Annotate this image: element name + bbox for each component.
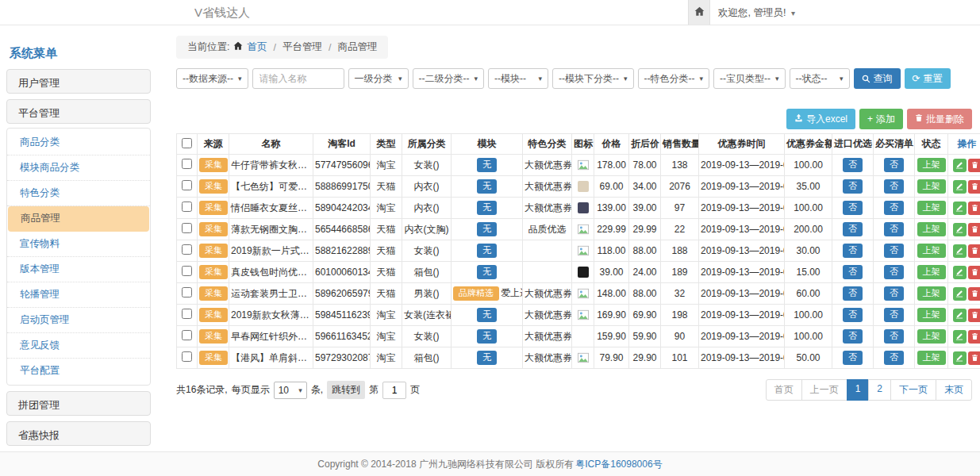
source-badge: 采集	[199, 222, 228, 236]
add-button[interactable]: + 添加	[859, 109, 903, 129]
select-all-checkbox[interactable]	[182, 138, 192, 148]
sidebar-group[interactable]: 省惠快报	[6, 421, 151, 446]
product-name-input[interactable]	[252, 68, 344, 89]
table-cell: 88.00	[629, 283, 661, 305]
delete-button[interactable]	[968, 223, 980, 236]
search-icon	[862, 75, 870, 83]
table-row: 采集早春网红针织外套女春...596611634525淘宝女装()无大额优惠券1…	[177, 326, 980, 347]
row-checkbox[interactable]	[182, 309, 192, 319]
jump-button[interactable]: 跳转到	[327, 381, 365, 399]
sidebar-group[interactable]: 拼团管理	[6, 391, 151, 416]
delete-button[interactable]	[968, 287, 980, 301]
table-cell: 采集	[198, 326, 229, 347]
delete-button[interactable]	[968, 266, 980, 279]
sidebar-item[interactable]: 意见反馈	[7, 333, 150, 359]
sidebar-item[interactable]: 商品分类	[7, 130, 150, 155]
row-checkbox[interactable]	[182, 266, 192, 276]
edit-button[interactable]	[953, 180, 967, 194]
row-checkbox[interactable]	[182, 330, 192, 340]
table-cell: 79.90	[594, 347, 629, 369]
sidebar-item[interactable]: 模块商品分类	[7, 155, 150, 181]
delete-button[interactable]	[968, 202, 980, 215]
edit-icon	[955, 268, 963, 276]
edit-button[interactable]	[953, 266, 967, 279]
row-checkbox[interactable]	[182, 202, 192, 212]
edit-button[interactable]	[953, 223, 967, 236]
sidebar-group[interactable]: 平台管理	[6, 99, 151, 124]
sidebar-group[interactable]: 用户管理	[6, 69, 151, 94]
filter-select[interactable]: --模块下分类--▾	[552, 68, 634, 89]
page-button[interactable]: 1	[847, 379, 870, 401]
row-checkbox[interactable]	[182, 244, 192, 255]
page-button[interactable]: 2	[868, 379, 891, 401]
row-checkbox[interactable]	[182, 351, 192, 362]
sidebar-item[interactable]: 启动页管理	[7, 308, 150, 333]
page-button[interactable]: 末页	[936, 379, 972, 401]
delete-button[interactable]	[968, 309, 980, 322]
icp-link[interactable]: 粤ICP备16098006号	[575, 458, 662, 471]
edit-button[interactable]	[953, 309, 967, 322]
import-excel-button[interactable]: 导入excel	[786, 109, 855, 129]
trash-icon	[971, 161, 978, 169]
caret-down-icon: ▾	[775, 75, 779, 83]
delete-button[interactable]	[968, 159, 980, 172]
delete-button[interactable]	[968, 244, 980, 258]
edit-button[interactable]	[953, 244, 967, 258]
table-cell	[523, 262, 572, 283]
row-checkbox[interactable]	[182, 223, 192, 233]
row-checkbox[interactable]	[182, 159, 192, 169]
filter-select[interactable]: --状态--▾	[790, 68, 850, 89]
sidebar-item[interactable]: 宣传物料	[7, 232, 150, 257]
source-badge: 采集	[199, 286, 228, 300]
filter-select[interactable]: --数据来源--▾	[176, 68, 248, 89]
table-cell: 无	[452, 347, 523, 369]
column-header: 进口优选	[832, 134, 874, 155]
page-button[interactable]: 下一页	[890, 379, 936, 401]
home-button[interactable]	[688, 0, 710, 25]
filter-select[interactable]: --特色分类--▾	[638, 68, 710, 89]
filter-select[interactable]: 一级分类▾	[348, 68, 409, 89]
status-badge: 上架	[917, 158, 946, 171]
table-cell: 否	[832, 240, 874, 262]
table-row: 采集2019新款女秋薄款...598451162391淘宝女装(连衣裙)无大额优…	[177, 305, 980, 326]
batch-delete-button[interactable]: 批量删除	[907, 109, 972, 129]
delete-button[interactable]	[968, 330, 980, 344]
sidebar-item[interactable]: 平台配置	[7, 359, 150, 383]
page-jump-input[interactable]	[382, 382, 406, 399]
import-optional-badge: 否	[843, 222, 863, 236]
sidebar-submenu: 商品分类模块商品分类特色分类商品管理宣传物料版本管理轮播管理启动页管理意见反馈平…	[6, 128, 151, 386]
table-cell	[948, 198, 980, 219]
edit-button[interactable]	[953, 330, 967, 344]
filter-select[interactable]: --宝贝类型--▾	[713, 68, 786, 89]
edit-button[interactable]	[953, 287, 967, 301]
sidebar-item-active[interactable]: 商品管理	[8, 206, 149, 232]
filter-select[interactable]: --二级分类--▾	[413, 68, 485, 89]
table-cell: 198	[661, 305, 699, 326]
image-icon	[578, 352, 589, 363]
per-page-select[interactable]: 10 ▾	[274, 382, 307, 399]
delete-button[interactable]	[968, 351, 980, 365]
table-cell: 早春网红针织外套女春...	[229, 326, 313, 347]
filter-select[interactable]: --模块--▾	[488, 68, 548, 89]
table-cell: 596611634525	[313, 326, 371, 347]
status-badge: 上架	[917, 201, 946, 214]
breadcrumb-home-link[interactable]: 首页	[247, 40, 267, 54]
reset-button[interactable]: ⟳重置	[905, 68, 951, 89]
edit-button[interactable]	[953, 159, 967, 172]
page-button[interactable]: 首页	[766, 379, 802, 401]
query-button[interactable]: 查询	[854, 68, 901, 89]
sidebar-item[interactable]: 轮播管理	[7, 282, 150, 308]
edit-button[interactable]	[953, 202, 967, 215]
delete-button[interactable]	[968, 180, 980, 194]
sidebar-item[interactable]: 特色分类	[7, 181, 150, 206]
sidebar-item[interactable]: 版本管理	[7, 257, 150, 282]
row-checkbox[interactable]	[182, 287, 192, 298]
table-cell	[948, 240, 980, 262]
table-cell: 上架	[915, 262, 948, 283]
edit-button[interactable]	[953, 351, 967, 365]
row-checkbox[interactable]	[182, 180, 192, 190]
user-menu[interactable]: 欢迎您, 管理员! ▾	[718, 6, 795, 20]
page-button[interactable]: 上一页	[801, 379, 847, 401]
module-badge: 无	[477, 265, 497, 278]
table-cell	[948, 262, 980, 283]
